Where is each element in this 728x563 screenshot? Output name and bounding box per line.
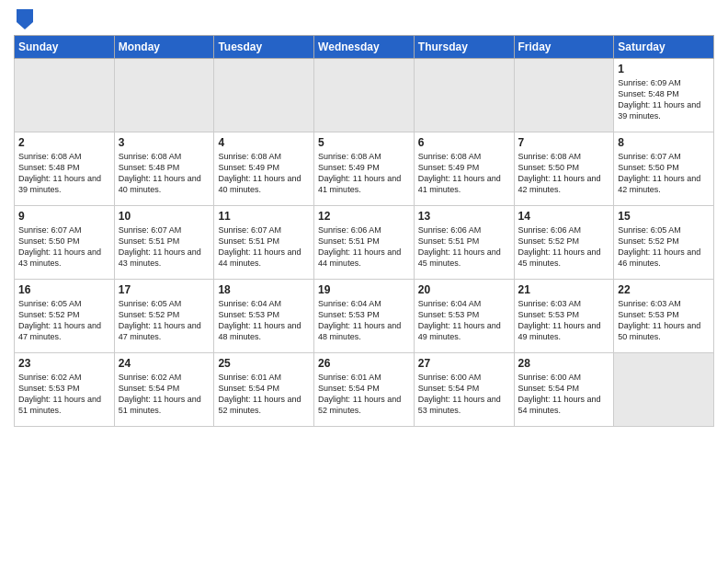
day-info: Sunrise: 6:08 AM Sunset: 5:49 PM Dayligh… <box>418 151 510 196</box>
calendar-cell <box>214 59 314 132</box>
calendar-header-friday: Friday <box>514 36 614 59</box>
day-number: 23 <box>18 357 110 370</box>
day-number: 24 <box>119 357 210 370</box>
calendar-cell: 21Sunrise: 6:03 AM Sunset: 5:53 PM Dayli… <box>514 280 614 353</box>
day-number: 15 <box>618 210 710 223</box>
day-info: Sunrise: 6:05 AM Sunset: 5:52 PM Dayligh… <box>618 224 710 270</box>
day-info: Sunrise: 6:07 AM Sunset: 5:51 PM Dayligh… <box>119 224 210 270</box>
calendar-cell: 17Sunrise: 6:05 AM Sunset: 5:52 PM Dayli… <box>114 280 214 353</box>
calendar-cell <box>114 59 214 132</box>
day-info: Sunrise: 6:05 AM Sunset: 5:52 PM Dayligh… <box>119 298 210 343</box>
day-info: Sunrise: 6:04 AM Sunset: 5:53 PM Dayligh… <box>418 298 510 343</box>
day-number: 26 <box>318 357 410 370</box>
calendar-cell: 16Sunrise: 6:05 AM Sunset: 5:52 PM Dayli… <box>15 280 115 353</box>
logo-icon <box>17 9 33 29</box>
calendar-cell: 24Sunrise: 6:02 AM Sunset: 5:54 PM Dayli… <box>114 353 214 427</box>
day-number: 18 <box>218 283 310 296</box>
day-number: 11 <box>218 210 310 223</box>
day-number: 28 <box>518 357 610 370</box>
day-number: 2 <box>18 136 110 149</box>
calendar-cell: 13Sunrise: 6:06 AM Sunset: 5:51 PM Dayli… <box>414 206 514 280</box>
day-info: Sunrise: 6:04 AM Sunset: 5:53 PM Dayligh… <box>218 298 310 343</box>
calendar-cell <box>514 59 614 132</box>
logo <box>14 9 33 29</box>
svg-marker-0 <box>17 9 33 29</box>
day-info: Sunrise: 6:05 AM Sunset: 5:52 PM Dayligh… <box>18 298 110 343</box>
day-info: Sunrise: 6:08 AM Sunset: 5:48 PM Dayligh… <box>18 151 110 196</box>
day-info: Sunrise: 6:06 AM Sunset: 5:51 PM Dayligh… <box>318 224 410 270</box>
calendar-header-sunday: Sunday <box>15 36 115 59</box>
day-info: Sunrise: 6:01 AM Sunset: 5:54 PM Dayligh… <box>318 372 410 417</box>
calendar-cell: 27Sunrise: 6:00 AM Sunset: 5:54 PM Dayli… <box>414 353 514 427</box>
calendar-cell: 1Sunrise: 6:09 AM Sunset: 5:48 PM Daylig… <box>614 59 714 132</box>
day-number: 16 <box>18 283 110 296</box>
day-number: 22 <box>618 283 710 296</box>
day-number: 14 <box>518 210 610 223</box>
day-info: Sunrise: 6:08 AM Sunset: 5:50 PM Dayligh… <box>518 151 610 196</box>
calendar-cell: 23Sunrise: 6:02 AM Sunset: 5:53 PM Dayli… <box>15 353 115 427</box>
calendar-cell <box>414 59 514 132</box>
calendar-cell: 3Sunrise: 6:08 AM Sunset: 5:48 PM Daylig… <box>114 132 214 206</box>
day-number: 3 <box>119 136 210 149</box>
day-number: 10 <box>119 210 210 223</box>
calendar-cell: 14Sunrise: 6:06 AM Sunset: 5:52 PM Dayli… <box>514 206 614 280</box>
day-number: 9 <box>18 210 110 223</box>
calendar-cell: 6Sunrise: 6:08 AM Sunset: 5:49 PM Daylig… <box>414 132 514 206</box>
calendar-header-row: SundayMondayTuesdayWednesdayThursdayFrid… <box>15 36 714 59</box>
day-info: Sunrise: 6:07 AM Sunset: 5:51 PM Dayligh… <box>218 224 310 270</box>
calendar-cell: 2Sunrise: 6:08 AM Sunset: 5:48 PM Daylig… <box>15 132 115 206</box>
calendar-cell: 5Sunrise: 6:08 AM Sunset: 5:49 PM Daylig… <box>314 132 415 206</box>
calendar-cell: 11Sunrise: 6:07 AM Sunset: 5:51 PM Dayli… <box>214 206 314 280</box>
day-info: Sunrise: 6:06 AM Sunset: 5:52 PM Dayligh… <box>518 224 610 270</box>
day-number: 4 <box>218 136 310 149</box>
day-number: 17 <box>119 283 210 296</box>
calendar-cell: 7Sunrise: 6:08 AM Sunset: 5:50 PM Daylig… <box>514 132 614 206</box>
day-number: 12 <box>318 210 410 223</box>
calendar-cell: 10Sunrise: 6:07 AM Sunset: 5:51 PM Dayli… <box>114 206 214 280</box>
calendar-cell: 8Sunrise: 6:07 AM Sunset: 5:50 PM Daylig… <box>614 132 714 206</box>
calendar-header-monday: Monday <box>114 36 214 59</box>
header <box>14 9 714 29</box>
page: SundayMondayTuesdayWednesdayThursdayFrid… <box>0 0 728 563</box>
calendar-week-1: 2Sunrise: 6:08 AM Sunset: 5:48 PM Daylig… <box>15 132 714 206</box>
calendar-cell: 25Sunrise: 6:01 AM Sunset: 5:54 PM Dayli… <box>214 353 314 427</box>
day-info: Sunrise: 6:00 AM Sunset: 5:54 PM Dayligh… <box>518 372 610 417</box>
day-number: 27 <box>418 357 510 370</box>
calendar-cell <box>314 59 415 132</box>
day-number: 1 <box>618 63 710 75</box>
calendar-cell <box>15 59 115 132</box>
day-number: 20 <box>418 283 510 296</box>
calendar-cell: 12Sunrise: 6:06 AM Sunset: 5:51 PM Dayli… <box>314 206 415 280</box>
calendar-cell: 15Sunrise: 6:05 AM Sunset: 5:52 PM Dayli… <box>614 206 714 280</box>
calendar-header-tuesday: Tuesday <box>214 36 314 59</box>
day-number: 21 <box>518 283 610 296</box>
calendar-cell: 9Sunrise: 6:07 AM Sunset: 5:50 PM Daylig… <box>15 206 115 280</box>
day-number: 19 <box>318 283 410 296</box>
calendar-week-3: 16Sunrise: 6:05 AM Sunset: 5:52 PM Dayli… <box>15 280 714 353</box>
day-info: Sunrise: 6:08 AM Sunset: 5:49 PM Dayligh… <box>218 151 310 196</box>
day-info: Sunrise: 6:02 AM Sunset: 5:53 PM Dayligh… <box>18 372 110 417</box>
day-number: 6 <box>418 136 510 149</box>
calendar-cell: 4Sunrise: 6:08 AM Sunset: 5:49 PM Daylig… <box>214 132 314 206</box>
calendar-week-2: 9Sunrise: 6:07 AM Sunset: 5:50 PM Daylig… <box>15 206 714 280</box>
calendar-cell: 26Sunrise: 6:01 AM Sunset: 5:54 PM Dayli… <box>314 353 415 427</box>
calendar-header-wednesday: Wednesday <box>314 36 415 59</box>
calendar-header-saturday: Saturday <box>614 36 714 59</box>
day-info: Sunrise: 6:03 AM Sunset: 5:53 PM Dayligh… <box>518 298 610 343</box>
day-info: Sunrise: 6:09 AM Sunset: 5:48 PM Dayligh… <box>618 77 710 122</box>
day-number: 25 <box>218 357 310 370</box>
day-number: 13 <box>418 210 510 223</box>
calendar-cell: 28Sunrise: 6:00 AM Sunset: 5:54 PM Dayli… <box>514 353 614 427</box>
day-info: Sunrise: 6:00 AM Sunset: 5:54 PM Dayligh… <box>418 372 510 417</box>
calendar: SundayMondayTuesdayWednesdayThursdayFrid… <box>14 35 714 427</box>
calendar-cell: 20Sunrise: 6:04 AM Sunset: 5:53 PM Dayli… <box>414 280 514 353</box>
calendar-cell: 19Sunrise: 6:04 AM Sunset: 5:53 PM Dayli… <box>314 280 415 353</box>
calendar-cell <box>614 353 714 427</box>
day-number: 8 <box>618 136 710 149</box>
day-number: 5 <box>318 136 410 149</box>
day-number: 7 <box>518 136 610 149</box>
calendar-week-0: 1Sunrise: 6:09 AM Sunset: 5:48 PM Daylig… <box>15 59 714 132</box>
day-info: Sunrise: 6:08 AM Sunset: 5:49 PM Dayligh… <box>318 151 410 196</box>
day-info: Sunrise: 6:07 AM Sunset: 5:50 PM Dayligh… <box>18 224 110 270</box>
day-info: Sunrise: 6:07 AM Sunset: 5:50 PM Dayligh… <box>618 151 710 196</box>
